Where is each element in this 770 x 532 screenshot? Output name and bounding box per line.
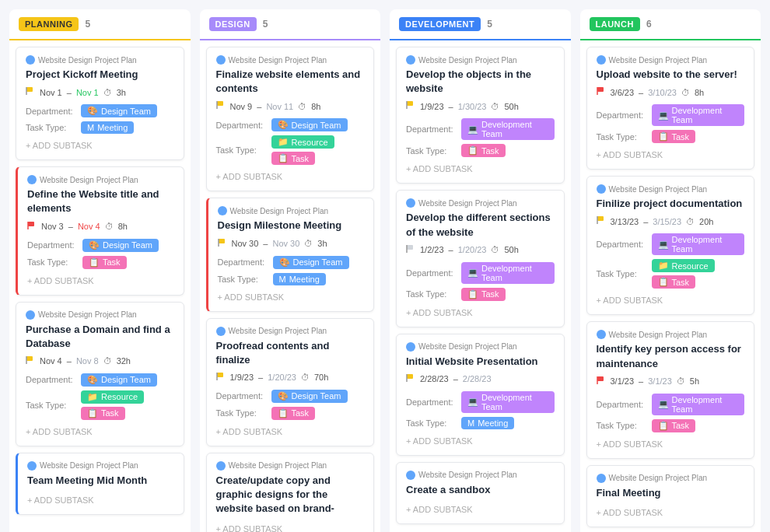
- task-card[interactable]: Website Design Project PlanFinilize proj…: [586, 176, 755, 315]
- task-type-tag: 📋Task: [652, 419, 696, 432]
- task-type-tag: 📋Task: [652, 130, 696, 143]
- duration: 32h: [117, 356, 131, 366]
- date-start: 1/9/23: [230, 373, 254, 382]
- add-subtask-button[interactable]: + ADD SUBTASK: [597, 436, 745, 450]
- card-dates: Nov 1 – Nov 1⏱3h: [26, 86, 174, 98]
- date-separator: –: [449, 102, 453, 111]
- task-card[interactable]: Website Design Project PlanPurchase a Do…: [16, 302, 184, 446]
- task-type-label: Task Type:: [27, 257, 78, 267]
- department-label: Department:: [26, 375, 76, 384]
- task-card[interactable]: Website Design Project PlanDesign Milest…: [206, 198, 375, 311]
- department-tag: 💻Development Team: [652, 394, 745, 415]
- department-field: Department:🎨Design Team: [218, 256, 365, 269]
- card-title: Define the Website title and elements: [27, 187, 174, 215]
- date-start: 1/2/23: [420, 245, 444, 254]
- department-field: Department:💻Development Team: [597, 104, 745, 126]
- department-tag-icon: 💻: [467, 268, 478, 278]
- task-type-tags: 📋Task: [82, 256, 127, 269]
- project-name: Website Design Project Plan: [609, 474, 708, 482]
- task-card[interactable]: Website Design Project PlanUpload websit…: [586, 47, 755, 170]
- department-label: Department:: [406, 397, 457, 407]
- svg-rect-18: [597, 87, 604, 92]
- add-subtask-button[interactable]: + ADD SUBTASK: [406, 305, 555, 319]
- department-tag: 🎨Design Team: [271, 118, 348, 131]
- add-subtask-button[interactable]: + ADD SUBTASK: [216, 169, 365, 183]
- date-separator: –: [68, 222, 73, 231]
- task-type-tags: MMeeting: [81, 121, 134, 134]
- task-card[interactable]: Website Design Project PlanDevelop the o…: [396, 47, 565, 184]
- department-tag-icon: 🎨: [89, 240, 100, 250]
- task-card[interactable]: Website Design Project PlanDefine the We…: [16, 166, 184, 295]
- card-dates: Nov 30 – Nov 30⏱3h: [218, 238, 365, 250]
- card-dates: 1/9/23 – 1/20/23⏱70h: [216, 372, 365, 383]
- card-project: Website Design Project Plan: [216, 461, 365, 471]
- date-end: 3/1/23: [648, 376, 672, 386]
- task-card[interactable]: Website Design Project PlanCreate a sand…: [396, 462, 565, 524]
- task-card[interactable]: Website Design Project PlanInitial Websi…: [396, 334, 565, 456]
- department-label: Department:: [406, 124, 457, 134]
- add-subtask-button[interactable]: + ADD SUBTASK: [27, 273, 174, 287]
- task-card[interactable]: Website Design Project PlanTeam Meeting …: [16, 453, 184, 515]
- task-card[interactable]: Website Design Project PlanFinal Meeting…: [586, 465, 755, 527]
- project-name: Website Design Project Plan: [230, 207, 329, 215]
- date-separator: –: [67, 356, 72, 366]
- date-separator: –: [453, 374, 458, 383]
- task-card[interactable]: Website Design Project PlanProofread con…: [206, 318, 375, 446]
- task-type-icon: 📋: [278, 153, 289, 163]
- add-subtask-button[interactable]: + ADD SUBTASK: [597, 292, 745, 306]
- add-subtask-button[interactable]: + ADD SUBTASK: [218, 289, 365, 303]
- task-card[interactable]: Website Design Project PlanIdentify key …: [586, 321, 755, 458]
- add-subtask-button[interactable]: + ADD SUBTASK: [216, 424, 365, 438]
- card-title: Design Milestone Meeting: [218, 219, 365, 233]
- add-subtask-button[interactable]: + ADD SUBTASK: [216, 521, 365, 533]
- card-title: Proofread contents and finalize: [216, 339, 365, 367]
- task-type-icon: 📋: [87, 408, 98, 418]
- svg-rect-12: [407, 101, 413, 106]
- add-subtask-button[interactable]: + ADD SUBTASK: [406, 502, 555, 516]
- project-icon: [26, 55, 35, 65]
- task-type-tag: MMeeting: [461, 417, 514, 429]
- task-card[interactable]: Website Design Project PlanCreate/update…: [206, 453, 375, 532]
- department-tag: 💻Development Team: [652, 104, 745, 126]
- date-start: Nov 3: [41, 222, 64, 231]
- add-subtask-button[interactable]: + ADD SUBTASK: [26, 138, 174, 152]
- card-title: Develop the different sections of the we…: [406, 211, 555, 239]
- task-type-icon: M: [87, 123, 94, 132]
- column-label: DESIGN: [209, 17, 257, 31]
- department-label: Department:: [218, 257, 268, 267]
- add-subtask-button[interactable]: + ADD SUBTASK: [27, 492, 174, 506]
- department-tag-icon: 💻: [467, 397, 478, 407]
- clock-icon: ⏱: [491, 245, 499, 254]
- card-dates: 3/1/23 – 3/1/23⏱5h: [597, 376, 745, 387]
- date-separator: –: [639, 376, 643, 386]
- priority-flag: [406, 244, 415, 256]
- add-subtask-button[interactable]: + ADD SUBTASK: [406, 433, 555, 447]
- add-subtask-button[interactable]: + ADD SUBTASK: [597, 505, 745, 519]
- task-card[interactable]: Website Design Project PlanProject Kicko…: [16, 47, 184, 160]
- card-project: Website Design Project Plan: [597, 184, 745, 194]
- svg-rect-8: [219, 239, 225, 243]
- department-tag-text: Design Team: [293, 257, 343, 267]
- task-type-text: Task: [292, 154, 310, 163]
- task-type-text: Task: [672, 278, 690, 287]
- department-tag-icon: 💻: [467, 124, 478, 135]
- department-tag-text: Development Team: [481, 120, 548, 138]
- add-subtask-button[interactable]: + ADD SUBTASK: [406, 161, 555, 175]
- department-field: Department:💻Development Team: [597, 233, 745, 255]
- column-development: DEVELOPMENT5Website Design Project PlanD…: [390, 9, 571, 532]
- task-card[interactable]: Website Design Project PlanDevelop the d…: [396, 190, 565, 327]
- card-title: Finalize website elements and contents: [216, 68, 365, 96]
- column-label: PLANNING: [19, 17, 79, 31]
- date-end: Nov 1: [76, 88, 99, 97]
- card-project: Website Design Project Plan: [216, 327, 365, 336]
- task-type-tags: 📋Task: [461, 288, 506, 301]
- card-title: Identify key person access for maintenan…: [597, 342, 745, 370]
- task-type-field: Task Type:📋Task: [597, 130, 745, 143]
- task-type-tag: 📋Task: [81, 407, 125, 420]
- task-type-field: Task Type:📋Task: [27, 256, 174, 269]
- project-name: Website Design Project Plan: [40, 461, 138, 470]
- department-field: Department:💻Development Team: [597, 394, 745, 415]
- task-card[interactable]: Website Design Project PlanFinalize webs…: [206, 47, 375, 191]
- add-subtask-button[interactable]: + ADD SUBTASK: [597, 147, 745, 161]
- add-subtask-button[interactable]: + ADD SUBTASK: [26, 424, 174, 438]
